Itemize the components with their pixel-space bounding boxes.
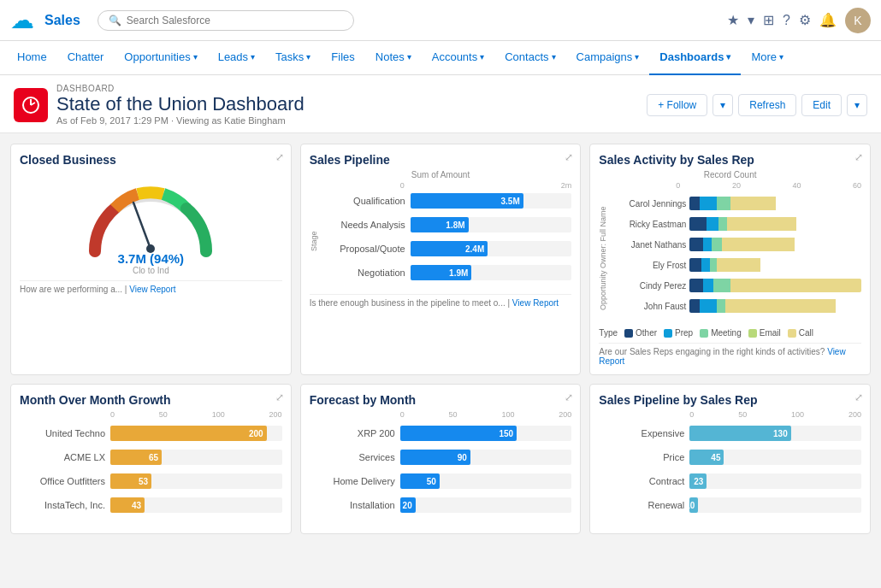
growth-bars: United Techno 200 ACME LX 65 Office Outf… [20,422,282,525]
gauge-sublabel: Clo to Ind [133,266,169,275]
dashboard-content: Closed Business ⤢ 3.7M (94%) Clo to Ind … [0,133,881,544]
legend-type-label: Type [599,328,618,338]
dashboard-icon [14,88,48,122]
search-input[interactable] [127,15,298,26]
nav-item-files[interactable]: Files [321,41,364,75]
forecast-bars: XRP 200 150 Services 90 Home Delivery 50… [310,422,572,525]
view-report-link[interactable]: View Report [599,347,845,366]
follow-arrow-button[interactable]: ▾ [712,94,733,116]
salesforce-logo: ☁ [10,6,34,34]
view-report-link[interactable]: View Report [512,298,559,308]
stacked-row-janet: Janet Nathans [609,238,861,251]
chevron-down-icon: ▾ [779,52,783,62]
chevron-down-icon: ▾ [251,52,255,62]
nav-item-notes[interactable]: Notes▾ [365,41,422,75]
stacked-row-john: John Faust [609,299,861,313]
edit-arrow-button[interactable]: ▾ [847,94,867,116]
bar-row-home-delivery: Home Delivery 50 [310,473,572,489]
activity-x-ticks: 0 20 40 60 [599,181,861,190]
card-footer-activity: Are our Sales Reps engaging in the right… [599,343,861,366]
card-title-sales-activity: Sales Activity by Sales Rep [599,153,861,167]
activity-bars: Carol Jennings Ricky Eastman [609,193,861,323]
dashboard-header: DASHBOARD State of the Union Dashboard A… [0,75,881,133]
bar-row-expensive: Expensive 130 [599,426,861,441]
stacked-row-ely: Ely Frost [609,258,861,272]
bar-row-office: Office Outfitters 53 [20,473,282,489]
bar-row-price: Price 45 [599,450,861,465]
bar-row-negotiation: Negotiation 1.9M [320,265,572,280]
expand-icon[interactable]: ⤢ [854,151,863,163]
bar-row-services: Services 90 [310,450,572,465]
bar-row-proposal: Proposal/Quote 2.4M [320,241,572,256]
card-month-growth: Month Over Month Growth ⤢ 0 50 100 200 U… [10,384,292,534]
pipeline-y-label: Stage [310,193,318,289]
forecast-x-ticks: 0 50 100 200 [310,410,572,419]
card-sales-activity: Sales Activity by Sales Rep ⤢ Record Cou… [589,144,871,375]
expand-icon[interactable]: ⤢ [565,391,573,403]
chevron-down-icon: ▾ [552,52,556,62]
nav-item-opportunities[interactable]: Opportunities▾ [114,41,207,75]
refresh-button[interactable]: Refresh [738,94,796,116]
activity-chart: Opportunity Owner: Full Name Carol Jenni… [599,193,861,323]
dashboard-subtitle: As of Feb 9, 2017 1:29 PM · Viewing as K… [56,115,305,126]
card-title-closed-business: Closed Business [20,153,282,167]
view-report-link[interactable]: View Report [129,285,175,294]
follow-button[interactable]: + Follow [647,94,707,116]
favorites-icon[interactable]: ★ [727,12,739,28]
search-bar[interactable]: 🔍 [98,10,354,31]
card-closed-business: Closed Business ⤢ 3.7M (94%) Clo to Ind … [10,144,292,375]
bar-row-acme: ACME LX 65 [20,450,282,465]
card-pipeline-sales-rep: Sales Pipeline by Sales Rep ⤢ 0 50 100 2… [589,384,871,534]
bar-row-united: United Techno 200 [20,426,282,441]
gauge-chart: 3.7M (94%) Clo to Ind [20,170,282,275]
nav-item-accounts[interactable]: Accounts▾ [422,41,494,75]
edit-button[interactable]: Edit [801,94,842,116]
search-icon: 🔍 [109,15,121,26]
card-footer-closed-business: How are we performing a... | View Report [20,280,282,294]
bar-row-installation: Installation 20 [310,497,572,513]
expand-icon[interactable]: ⤢ [275,391,284,403]
notifications-icon[interactable]: 🔔 [819,12,837,28]
card-footer-pipeline: Is there enough business in the pipeline… [310,294,572,308]
gauge-svg [82,179,219,260]
grid-icon[interactable]: ⊞ [763,12,774,28]
expand-icon[interactable]: ⤢ [275,151,284,163]
top-navigation: ☁ Sales 🔍 ★ ▾ ⊞ ? ⚙ 🔔 K [0,0,881,41]
help-icon[interactable]: ? [783,13,790,28]
nav-item-tasks[interactable]: Tasks▾ [265,41,321,75]
activity-axis-label: Record Count [599,170,861,179]
chevron-down-icon: ▾ [726,52,730,62]
legend-item-email: Email [748,328,781,338]
settings-icon[interactable]: ⚙ [799,12,811,28]
expand-icon[interactable]: ⤢ [565,151,573,163]
nav-item-more[interactable]: More▾ [741,41,794,75]
svg-line-1 [133,203,151,249]
nav-item-home[interactable]: Home [7,41,57,75]
card-title-pipeline-rep: Sales Pipeline by Sales Rep [599,393,861,407]
card-title-sales-pipeline: Sales Pipeline [310,153,572,167]
stacked-row-carol: Carol Jennings [609,197,861,210]
gauge-value: 3.7M (94%) [118,251,185,266]
nav-item-contacts[interactable]: Contacts▾ [494,41,565,75]
chevron-down-icon: ▾ [635,52,639,62]
dashboard-title-block: DASHBOARD State of the Union Dashboard A… [56,84,305,126]
app-name: Sales [44,13,80,28]
nav-item-leads[interactable]: Leads▾ [208,41,265,75]
favorites-caret[interactable]: ▾ [748,12,754,28]
nav-item-campaigns[interactable]: Campaigns▾ [566,41,650,75]
chevron-down-icon: ▾ [480,52,484,62]
expand-icon[interactable]: ⤢ [854,391,863,403]
card-title-month-growth: Month Over Month Growth [20,393,282,407]
nav-item-dashboards[interactable]: Dashboards▾ [649,41,741,75]
stacked-row-ricky: Ricky Eastman [609,217,861,231]
bar-row-instatech: InstaTech, Inc. 43 [20,497,282,513]
dashboard-title-area: DASHBOARD State of the Union Dashboard A… [14,84,305,126]
dashboard-actions: + Follow ▾ Refresh Edit ▾ [647,94,867,116]
avatar[interactable]: K [845,8,871,33]
nav-item-chatter[interactable]: Chatter [57,41,115,75]
page-title: State of the Union Dashboard [56,93,305,115]
pipeline-chart: Stage Qualification 3.5M Needs Analysis … [310,193,572,289]
bar-row-xrp: XRP 200 150 [310,426,572,441]
secondary-navigation: Home Chatter Opportunities▾ Leads▾ Tasks… [0,41,881,75]
bar-row-renewal: Renewal 10 [599,497,861,513]
